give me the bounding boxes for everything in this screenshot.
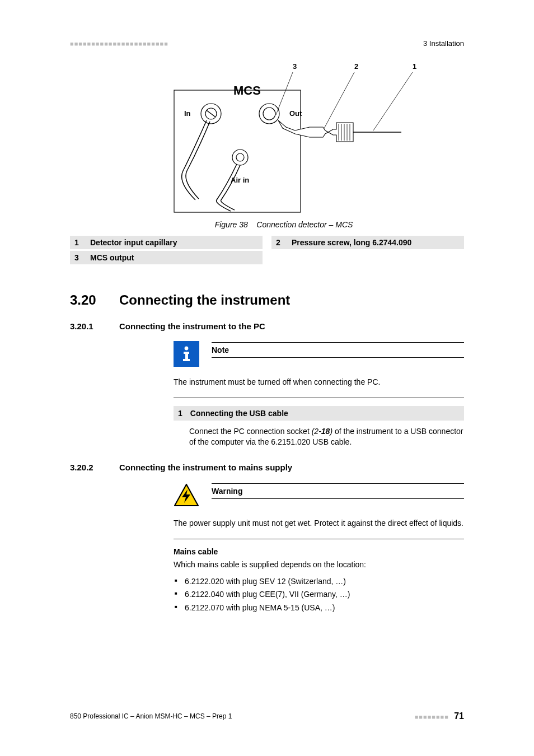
cable-list: 6.2122.020 with plug SEV 12 (Switzerland…	[174, 575, 464, 615]
footer-left: 850 Professional IC – Anion MSM-HC – MCS…	[70, 712, 232, 720]
heading-3-20-1: 3.20.1 Connecting the instrument to the …	[70, 321, 464, 331]
legend-text: Detector input capillary	[90, 238, 177, 247]
step-header: 1 Connecting the USB cable	[174, 406, 464, 421]
svg-point-17	[185, 347, 189, 351]
heading-num: 3.20	[70, 292, 104, 308]
legend-num: 3	[74, 253, 82, 262]
step-num: 1	[178, 409, 182, 418]
svg-point-9	[232, 150, 248, 165]
page-number: 71	[454, 711, 464, 721]
heading-3-20: 3.20 Connecting the instrument	[70, 292, 464, 308]
legend-table: 1 Detector input capillary 2 Pressure sc…	[70, 236, 464, 264]
heading-title: Connecting the instrument	[119, 292, 290, 308]
svg-rect-19	[185, 352, 188, 360]
warning-body: The power supply unit must not get wet. …	[174, 518, 464, 529]
svg-rect-20	[183, 359, 190, 361]
svg-point-8	[263, 108, 275, 120]
heading-num: 3.20.1	[70, 321, 104, 331]
heading-num: 3.20.2	[70, 463, 104, 472]
warning-box: Warning The power supply unit must not g…	[174, 482, 464, 539]
warning-title: Warning	[212, 487, 242, 496]
legend-num: 2	[276, 238, 284, 247]
mains-head: Mains cable	[174, 547, 464, 556]
svg-line-2	[373, 72, 413, 130]
step-body: Connect the PC connection socket (2-18) …	[189, 426, 464, 448]
heading-title: Connecting the instrument to the PC	[119, 321, 265, 331]
figure-svg	[110, 59, 424, 216]
step-title: Connecting the USB cable	[190, 409, 288, 418]
svg-point-10	[236, 153, 244, 161]
note-box: Note The instrument must be turned off w…	[174, 341, 464, 398]
header-dots-left: ■■■■■■■■■■■■■■■■■■■■■■■	[70, 40, 168, 47]
info-icon	[174, 341, 199, 367]
list-item: 6.2122.070 with plug NEMA 5-15 (USA, …)	[174, 601, 464, 615]
legend-text: Pressure screw, long 6.2744.090	[292, 238, 411, 247]
page-header: ■■■■■■■■■■■■■■■■■■■■■■■ 3 Installation	[70, 39, 464, 48]
legend-item: 1 Detector input capillary	[70, 236, 263, 249]
legend-num: 1	[74, 238, 82, 247]
figure-caption-prefix: Figure 38	[215, 220, 248, 229]
svg-line-0	[276, 72, 293, 115]
footer-dots: ■■■■■■■■	[415, 713, 449, 720]
list-item: 6.2122.020 with plug SEV 12 (Switzerland…	[174, 575, 464, 589]
legend-item: 3 MCS output	[70, 251, 263, 264]
legend-text: MCS output	[90, 253, 134, 262]
svg-rect-3	[174, 90, 301, 212]
figure-caption: Figure 38 Connection detector – MCS	[104, 220, 464, 229]
list-item: 6.2122.040 with plug CEE(7), VII (German…	[174, 588, 464, 601]
heading-title: Connecting the instrument to mains suppl…	[119, 463, 292, 472]
header-section: 3 Installation	[423, 39, 464, 48]
svg-line-6	[207, 110, 216, 117]
note-title: Note	[212, 346, 229, 354]
figure-caption-text: Connection detector – MCS	[256, 220, 353, 229]
note-body: The instrument must be turned off when c…	[174, 377, 464, 388]
legend-item: 2 Pressure screw, long 6.2744.090	[271, 236, 464, 249]
mains-intro: Which mains cable is supplied depends on…	[174, 559, 464, 571]
figure-diagram: 3 2 1 MCS In Out Air in	[121, 59, 413, 216]
svg-line-1	[323, 72, 354, 130]
heading-3-20-2: 3.20.2 Connecting the instrument to main…	[70, 463, 464, 472]
warning-icon	[174, 482, 199, 508]
page-footer: 850 Professional IC – Anion MSM-HC – MCS…	[70, 711, 464, 721]
